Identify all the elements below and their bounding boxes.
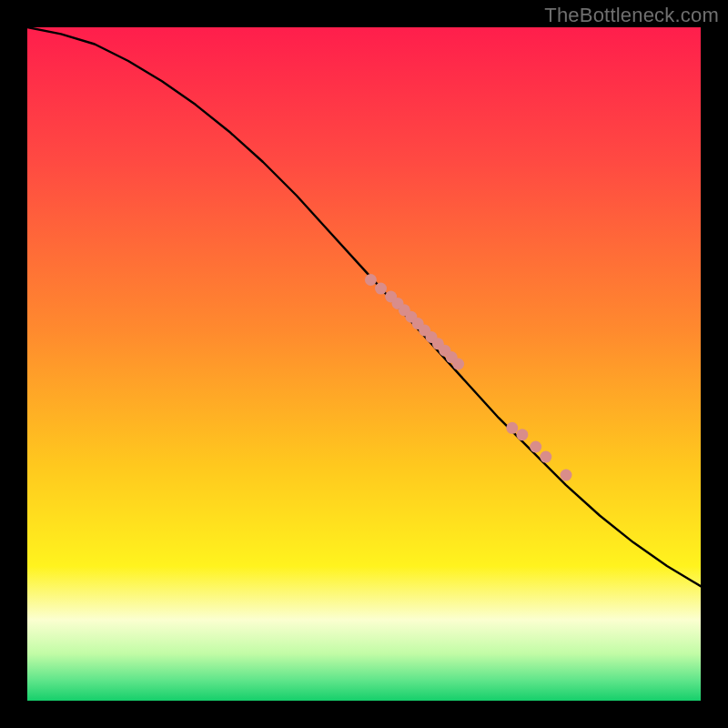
- data-point: [452, 359, 464, 370]
- data-point: [375, 283, 387, 295]
- chart-svg: [27, 27, 701, 701]
- data-point: [365, 274, 377, 286]
- data-point: [561, 470, 572, 481]
- gradient-background: [27, 27, 701, 701]
- data-point: [506, 422, 518, 434]
- data-point: [516, 429, 528, 440]
- plot-area: [27, 27, 701, 701]
- data-point: [540, 451, 551, 463]
- data-point: [530, 441, 541, 453]
- attribution-label: TheBottleneck.com: [544, 4, 719, 27]
- outer-frame: TheBottleneck.com: [0, 0, 728, 728]
